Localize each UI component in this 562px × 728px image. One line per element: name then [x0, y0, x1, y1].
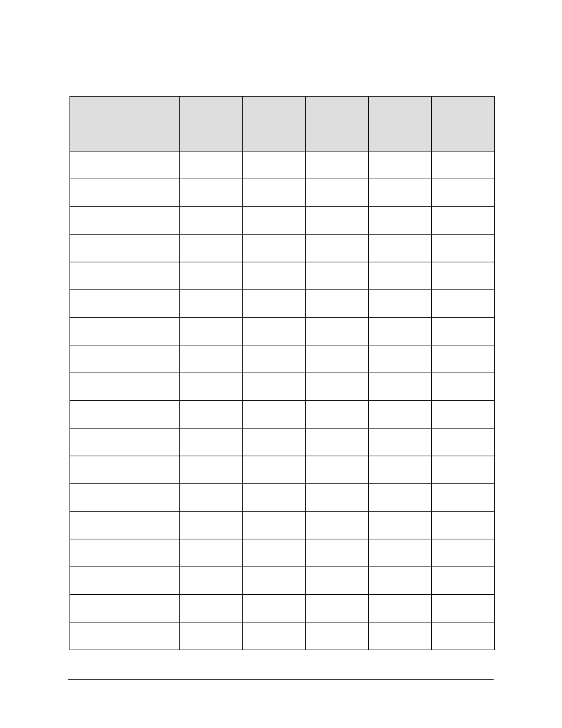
table-cell	[180, 484, 243, 512]
table-cell	[243, 456, 306, 484]
table-cell	[70, 179, 180, 207]
table-cell	[369, 290, 432, 318]
table-row	[70, 373, 495, 401]
table-cell	[180, 373, 243, 401]
table-cell	[432, 345, 495, 373]
table-cell	[432, 429, 495, 456]
table-cell	[432, 401, 495, 429]
table-cell	[180, 595, 243, 622]
table-row	[70, 512, 495, 539]
table-cell	[180, 151, 243, 179]
table-cell	[70, 235, 180, 262]
table-cell	[243, 235, 306, 262]
table-cell	[432, 567, 495, 595]
table-row	[70, 318, 495, 345]
table-cell	[432, 622, 495, 650]
table-cell	[70, 539, 180, 567]
table-cell	[432, 456, 495, 484]
table-cell	[369, 207, 432, 235]
table-cell	[432, 290, 495, 318]
table-row	[70, 345, 495, 373]
table-cell	[70, 151, 180, 179]
table-header-cell	[70, 97, 180, 151]
table-cell	[306, 373, 369, 401]
table-row	[70, 207, 495, 235]
table-cell	[432, 151, 495, 179]
table-row	[70, 401, 495, 429]
table-header-cell	[306, 97, 369, 151]
table-cell	[70, 207, 180, 235]
table-cell	[432, 235, 495, 262]
table-cell	[180, 290, 243, 318]
table-cell	[432, 262, 495, 290]
table-cell	[306, 290, 369, 318]
table-cell	[243, 318, 306, 345]
table-cell	[432, 539, 495, 567]
table-cell	[243, 512, 306, 539]
table-cell	[306, 512, 369, 539]
table-cell	[70, 290, 180, 318]
table-cell	[243, 179, 306, 207]
table-cell	[243, 622, 306, 650]
table-cell	[70, 595, 180, 622]
table-row	[70, 235, 495, 262]
table-cell	[306, 207, 369, 235]
table-cell	[243, 151, 306, 179]
table-cell	[70, 484, 180, 512]
table-row	[70, 151, 495, 179]
table-cell	[369, 429, 432, 456]
table-cell	[369, 595, 432, 622]
table-row	[70, 539, 495, 567]
table-cell	[243, 345, 306, 373]
table-cell	[369, 235, 432, 262]
table-cell	[306, 456, 369, 484]
table-cell	[70, 512, 180, 539]
table-header-row	[70, 97, 495, 151]
table-cell	[70, 373, 180, 401]
table-cell	[432, 484, 495, 512]
table-cell	[180, 539, 243, 567]
table-cell	[369, 318, 432, 345]
table-cell	[180, 512, 243, 539]
table-cell	[306, 262, 369, 290]
table-row	[70, 484, 495, 512]
table-cell	[243, 539, 306, 567]
table-cell	[306, 345, 369, 373]
table-row	[70, 290, 495, 318]
table-cell	[369, 345, 432, 373]
table-cell	[369, 539, 432, 567]
table-cell	[180, 429, 243, 456]
table-cell	[306, 318, 369, 345]
table-cell	[369, 512, 432, 539]
table-row	[70, 262, 495, 290]
table-cell	[70, 318, 180, 345]
table-cell	[432, 373, 495, 401]
table-body	[70, 151, 495, 650]
table-cell	[70, 262, 180, 290]
table-cell	[432, 179, 495, 207]
table-cell	[369, 567, 432, 595]
table-cell	[306, 539, 369, 567]
footer-divider	[68, 679, 494, 680]
table-cell	[369, 373, 432, 401]
table-cell	[306, 484, 369, 512]
table-cell	[369, 179, 432, 207]
table-cell	[243, 207, 306, 235]
table-row	[70, 622, 495, 650]
table-cell	[243, 373, 306, 401]
table-cell	[180, 207, 243, 235]
table-cell	[243, 484, 306, 512]
table-cell	[70, 567, 180, 595]
table-cell	[369, 262, 432, 290]
table-row	[70, 456, 495, 484]
table-cell	[369, 401, 432, 429]
table-cell	[306, 151, 369, 179]
document-page	[0, 0, 562, 728]
table-cell	[180, 235, 243, 262]
table-cell	[180, 262, 243, 290]
table-cell	[180, 456, 243, 484]
table-cell	[306, 567, 369, 595]
table-cell	[243, 595, 306, 622]
table-cell	[432, 512, 495, 539]
table-cell	[306, 622, 369, 650]
